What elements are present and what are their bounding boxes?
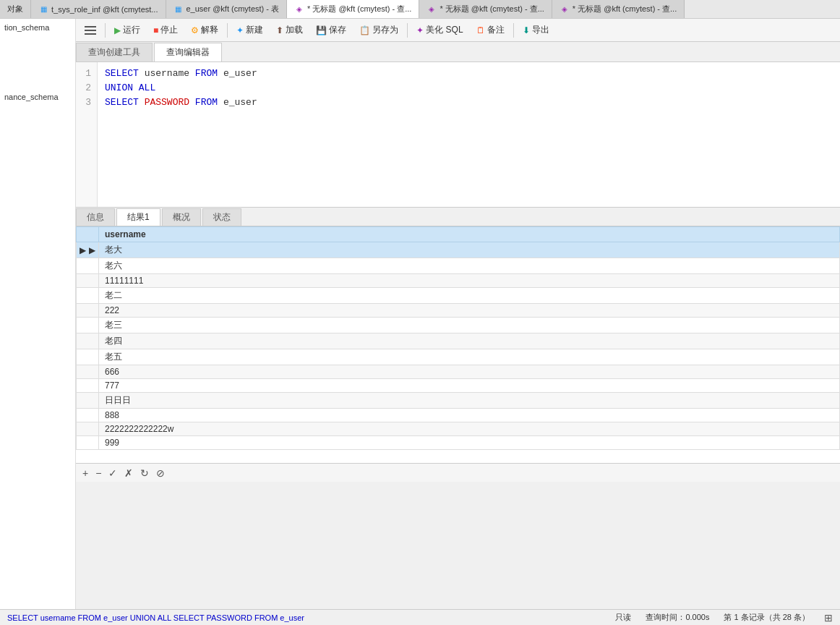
table-cell: 2222222222222w bbox=[99, 422, 840, 436]
confirm-button[interactable]: ✓ bbox=[106, 466, 119, 480]
tab-query1[interactable]: ◈ * 无标题 @kft (cmytest) - 查... bbox=[287, 0, 419, 18]
tab-role-table[interactable]: ▦ t_sys_role_inf @kft (cmytest... bbox=[31, 0, 166, 18]
row-indicator-cell bbox=[77, 333, 99, 349]
results-tab-bar: 信息 结果1 概况 状态 bbox=[76, 208, 840, 226]
table-cell: 日日日 bbox=[99, 393, 840, 409]
table-row[interactable]: 2222222222222w bbox=[77, 422, 840, 436]
row-indicator-cell bbox=[77, 274, 99, 288]
main-content: ▶ 运行 ■ 停止 ⚙ 解释 ✦ 新建 ⬆ 加载 💾 保存 📋 另存为 bbox=[76, 19, 840, 609]
sep-0 bbox=[105, 23, 106, 38]
table-row[interactable]: 老三 bbox=[77, 318, 840, 333]
tab-result1[interactable]: 结果1 bbox=[116, 208, 160, 226]
tab-overview[interactable]: 概况 bbox=[162, 208, 201, 226]
row-indicator-cell bbox=[77, 436, 99, 450]
row-indicator-cell bbox=[77, 349, 99, 365]
results-table: username ▶老大老六11111111老二222老三老四老五666777日… bbox=[76, 226, 840, 450]
tab-role-label: t_sys_role_inf @kft (cmytest... bbox=[51, 5, 158, 14]
table-cell: 老六 bbox=[99, 258, 840, 274]
backup-icon: 🗒 bbox=[476, 25, 485, 35]
tab-object-label: 对象 bbox=[7, 4, 23, 14]
row-indicator-cell bbox=[77, 409, 99, 422]
line-numbers: 1 2 3 bbox=[76, 62, 98, 207]
table-row[interactable]: 222 bbox=[77, 304, 840, 318]
run-button[interactable]: ▶ 运行 bbox=[108, 22, 146, 38]
row-indicator-cell bbox=[77, 258, 99, 274]
table-cell: 888 bbox=[99, 409, 840, 422]
table-cell: 老大 bbox=[99, 242, 840, 258]
tab-euser-label: e_user @kft (cmytest) - 表 bbox=[187, 4, 280, 14]
row-indicator-cell bbox=[77, 393, 99, 409]
table-row[interactable]: 777 bbox=[77, 379, 840, 393]
table-row[interactable]: 999 bbox=[77, 436, 840, 450]
tab-query3[interactable]: ◈ * 无标题 @kft (cmytest) - 查... bbox=[552, 0, 685, 18]
code-content[interactable]: SELECT username FROM e_user UNION ALL SE… bbox=[98, 62, 840, 207]
explain-button[interactable]: ⚙ 解释 bbox=[185, 22, 224, 38]
table-cell: 666 bbox=[99, 365, 840, 379]
save-button[interactable]: 💾 保存 bbox=[310, 22, 352, 38]
stop-button[interactable]: ■ 停止 bbox=[147, 22, 184, 38]
row-indicator-cell: ▶ bbox=[77, 242, 99, 258]
results-table-container[interactable]: username ▶老大老六11111111老二222老三老四老五666777日… bbox=[76, 226, 840, 463]
explain-icon: ⚙ bbox=[191, 25, 199, 35]
row-indicator-cell bbox=[77, 422, 99, 436]
table-icon-2: ▦ bbox=[173, 4, 184, 14]
grid-icon: ⊞ bbox=[824, 612, 833, 624]
status-records: 第 1 条记录（共 28 条） bbox=[724, 612, 810, 623]
saveas-button[interactable]: 📋 另存为 bbox=[353, 22, 404, 38]
new-button[interactable]: ✦ 新建 bbox=[231, 22, 269, 38]
table-cell: 222 bbox=[99, 304, 840, 318]
table-row[interactable]: 888 bbox=[77, 409, 840, 422]
sidebar-item-nance[interactable]: nance_schema bbox=[0, 91, 75, 103]
table-row[interactable]: 666 bbox=[77, 365, 840, 379]
status-bar: SELECT username FROM e_user UNION ALL SE… bbox=[0, 609, 840, 625]
table-header-row: username bbox=[77, 227, 840, 242]
export-button[interactable]: ⬇ 导出 bbox=[517, 22, 555, 38]
tab-status[interactable]: 状态 bbox=[202, 208, 241, 226]
table-row[interactable]: ▶老大 bbox=[77, 242, 840, 258]
tab-query-editor[interactable]: 查询编辑器 bbox=[154, 43, 222, 61]
table-cell: 老四 bbox=[99, 333, 840, 349]
status-sql: SELECT username FROM e_user UNION ALL SE… bbox=[7, 613, 601, 622]
add-row-button[interactable]: + bbox=[80, 466, 90, 480]
editor-tab-bar: 查询创建工具 查询编辑器 bbox=[76, 42, 840, 62]
tab-query3-label: * 无标题 @kft (cmytest) - 查... bbox=[573, 4, 677, 14]
refresh-button[interactable]: ↻ bbox=[138, 466, 151, 480]
stop-results-button[interactable]: ⊘ bbox=[154, 466, 167, 480]
table-cell: 老二 bbox=[99, 288, 840, 304]
table-row[interactable]: 老四 bbox=[77, 333, 840, 349]
code-line-1: SELECT username FROM e_user bbox=[105, 67, 833, 81]
tab-euser-table[interactable]: ▦ e_user @kft (cmytest) - 表 bbox=[166, 0, 288, 18]
load-icon: ⬆ bbox=[276, 25, 283, 35]
load-button[interactable]: ⬆ 加载 bbox=[270, 22, 309, 38]
code-line-2: UNION ALL bbox=[105, 81, 833, 95]
tab-object[interactable]: 对象 bbox=[0, 0, 31, 18]
table-row[interactable]: 老五 bbox=[77, 349, 840, 365]
query-icon-3: ◈ bbox=[560, 4, 570, 14]
tab-info[interactable]: 信息 bbox=[76, 208, 115, 226]
hamburger-line-3 bbox=[85, 33, 96, 35]
backup-button[interactable]: 🗒 备注 bbox=[471, 22, 510, 38]
code-editor[interactable]: 1 2 3 SELECT username FROM e_user UNION … bbox=[76, 62, 840, 207]
cancel-button[interactable]: ✗ bbox=[122, 466, 135, 480]
beautify-button[interactable]: ✦ 美化 SQL bbox=[411, 22, 468, 38]
sep-3 bbox=[513, 23, 514, 38]
saveas-icon: 📋 bbox=[359, 25, 370, 35]
tab-query2[interactable]: ◈ * 无标题 @kft (cmytest) - 查... bbox=[419, 0, 552, 18]
sidebar-item-tion[interactable]: tion_schema bbox=[0, 22, 75, 33]
row-indicator-cell bbox=[77, 379, 99, 393]
table-row[interactable]: 老六 bbox=[77, 258, 840, 274]
hamburger-button[interactable] bbox=[79, 22, 102, 38]
hamburger-line-1 bbox=[85, 26, 96, 27]
table-row[interactable]: 老二 bbox=[77, 288, 840, 304]
table-row[interactable]: 日日日 bbox=[77, 393, 840, 409]
run-icon: ▶ bbox=[114, 25, 121, 35]
tab-query-builder[interactable]: 查询创建工具 bbox=[76, 43, 153, 61]
table-row[interactable]: 11111111 bbox=[77, 274, 840, 288]
tab-query2-label: * 无标题 @kft (cmytest) - 查... bbox=[440, 4, 544, 14]
hamburger-line-2 bbox=[85, 30, 96, 31]
main-toolbar: ▶ 运行 ■ 停止 ⚙ 解释 ✦ 新建 ⬆ 加载 💾 保存 📋 另存为 bbox=[76, 19, 840, 42]
row-indicator-cell bbox=[77, 304, 99, 318]
query-icon-1: ◈ bbox=[294, 4, 304, 14]
remove-row-button[interactable]: − bbox=[93, 466, 103, 480]
results-panel: 信息 结果1 概况 状态 username bbox=[76, 207, 840, 482]
